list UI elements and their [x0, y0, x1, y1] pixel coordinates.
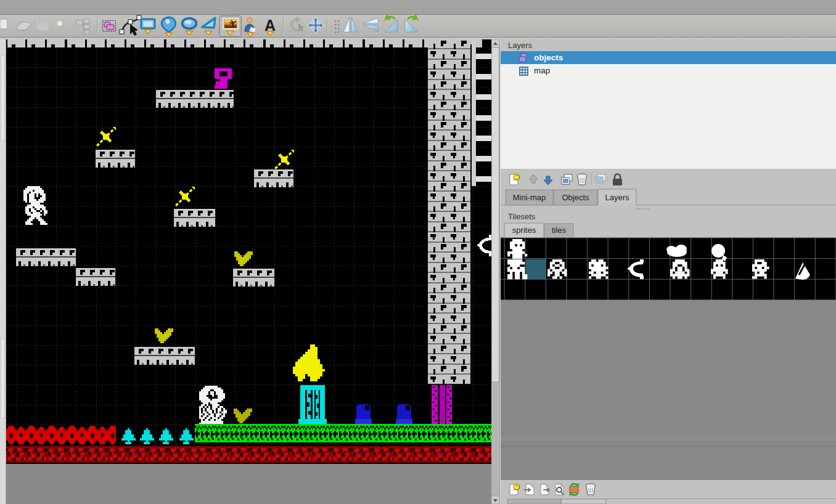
svg-text:objects: objects: [534, 53, 563, 62]
svg-text:Layers: Layers: [605, 193, 629, 202]
svg-text:tiles: tiles: [552, 226, 567, 235]
svg-text:Objects: Objects: [562, 193, 589, 202]
svg-text:map: map: [534, 66, 550, 75]
svg-text:Mini-map: Mini-map: [513, 193, 546, 202]
svg-text:Tilesets: Tilesets: [508, 212, 536, 221]
svg-text:Layers: Layers: [508, 41, 533, 50]
svg-text:sprites: sprites: [512, 226, 536, 235]
